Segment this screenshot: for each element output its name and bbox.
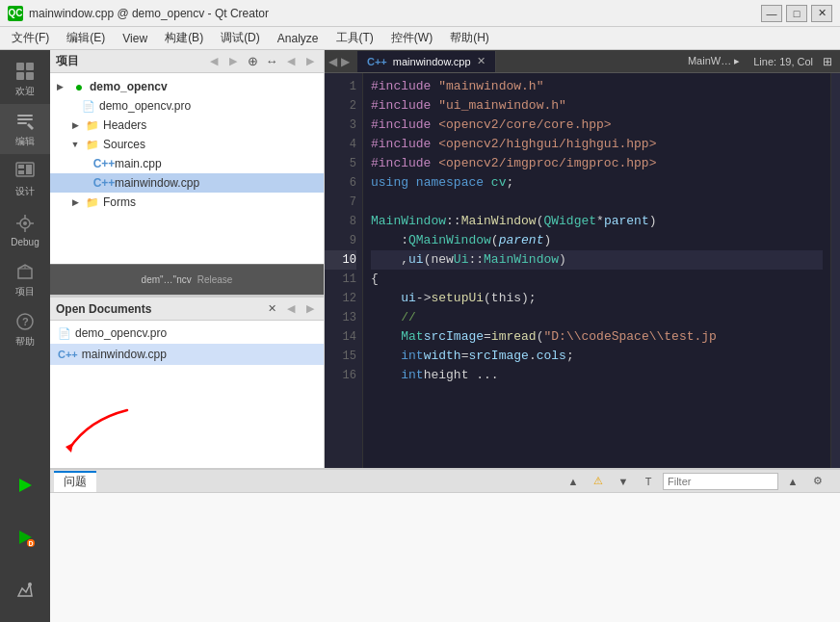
panel-next-button[interactable]: ▶ xyxy=(302,54,318,69)
design-icon xyxy=(13,160,37,183)
edit-icon xyxy=(13,110,37,133)
menu-controls[interactable]: 控件(W) xyxy=(383,28,440,48)
pro-file-icon: 📄 xyxy=(81,98,96,114)
line-num-15: 15 xyxy=(325,347,356,366)
sidebar-item-project[interactable]: 项目 xyxy=(0,254,50,304)
line-num-1: 1 xyxy=(325,77,356,96)
editor-nav-forward[interactable]: ▶ xyxy=(341,55,350,68)
tree-item-sources[interactable]: ▼ 📁 Sources xyxy=(50,135,324,154)
open-docs-close-button[interactable]: ✕ xyxy=(264,301,279,317)
line-num-8: 8 xyxy=(325,212,356,231)
tree-arrow-forms: ▶ xyxy=(69,196,81,208)
project-tree: ▶ ● demo_opencv 📄 demo_opencv.pro xyxy=(50,73,324,264)
panel-add-button[interactable]: ⊕ xyxy=(245,54,260,69)
project-label: 项目 xyxy=(15,285,35,298)
sidebar-item-help[interactable]: ? 帮助 xyxy=(0,304,50,354)
sidebar-item-build[interactable] xyxy=(0,564,50,614)
editor-nav-back[interactable]: ◀ xyxy=(328,55,337,68)
menu-view[interactable]: View xyxy=(115,30,155,47)
bottom-tool-collapse-button[interactable]: ▲ xyxy=(782,473,803,490)
editor-tab-bar: ◀ ▶ C++ mainwindow.cpp ✕ MainW… ▸ Line: … xyxy=(325,50,840,73)
line-num-13: 13 xyxy=(325,308,356,327)
code-line-8: MainWindow::MainWindow(QWidget *parent) xyxy=(371,212,823,231)
project-panel-header: 项目 ◀ ▶ ⊕ ↔ ◀ ▶ xyxy=(50,50,324,73)
root-icon: ● xyxy=(71,79,87,94)
menu-analyze[interactable]: Analyze xyxy=(270,30,327,47)
line-num-12: 12 xyxy=(325,289,356,308)
menu-debug[interactable]: 调试(D) xyxy=(213,28,268,48)
menu-help[interactable]: 帮助(H) xyxy=(442,28,497,48)
cpp-doc-icon: C++ xyxy=(58,349,78,360)
bottom-tool-up-button[interactable]: ▲ xyxy=(563,473,584,490)
code-editor[interactable]: 1 2 3 4 5 6 7 8 9 10 11 12 13 14 xyxy=(325,73,840,468)
svg-point-26 xyxy=(28,583,32,586)
bottom-tab-problems[interactable]: 问题 xyxy=(54,471,96,492)
welcome-icon xyxy=(13,60,37,83)
svg-marker-7 xyxy=(27,123,34,130)
editor-split-button[interactable]: ⊞ xyxy=(819,55,836,68)
editor-scrollbar[interactable] xyxy=(830,73,840,468)
open-docs-title: Open Documents xyxy=(56,302,260,316)
nav-back-button[interactable]: ◀ xyxy=(206,54,222,69)
bottom-tool-filter-button[interactable]: T xyxy=(638,473,659,490)
svg-rect-11 xyxy=(18,170,24,174)
open-docs-header: Open Documents ✕ ◀ ▶ xyxy=(50,298,324,321)
code-line-9: : QMainWindow(parent) xyxy=(371,231,823,250)
headers-folder-icon: 📁 xyxy=(85,117,100,133)
minimize-button[interactable]: — xyxy=(761,5,782,22)
close-button[interactable]: ✕ xyxy=(811,5,832,22)
open-docs-next[interactable]: ▶ xyxy=(302,301,318,317)
code-line-11: { xyxy=(371,270,823,289)
nav-forward-button[interactable]: ▶ xyxy=(225,54,241,69)
maximize-button[interactable]: □ xyxy=(786,5,807,22)
svg-text:?: ? xyxy=(22,316,29,327)
open-documents-panel: Open Documents ✕ ◀ ▶ 📄 demo_opencv.pro C… xyxy=(50,295,324,468)
tab-cpp-icon: C++ xyxy=(367,56,387,67)
sidebar-item-run[interactable] xyxy=(0,460,50,510)
tree-item-main-cpp[interactable]: C++ main.cpp xyxy=(50,154,324,173)
bottom-panel-content xyxy=(50,493,840,622)
code-line-13: // xyxy=(371,308,823,327)
filter-input[interactable] xyxy=(663,473,778,490)
debug-label: Debug xyxy=(11,237,39,247)
menu-build[interactable]: 构建(B) xyxy=(157,28,211,48)
tree-arrow-sources: ▼ xyxy=(69,139,81,150)
tree-item-pro[interactable]: 📄 demo_opencv.pro xyxy=(50,96,324,116)
code-line-3: #include <opencv2/core/core.hpp> xyxy=(371,116,823,135)
cpp-file-icon-mainwindow: C++ xyxy=(96,175,112,191)
bottom-tool-down-button[interactable]: ▼ xyxy=(613,473,634,490)
panel-prev-button[interactable]: ◀ xyxy=(283,54,299,69)
panel-sync-button[interactable]: ↔ xyxy=(264,54,279,69)
sidebar-item-design[interactable]: 设计 xyxy=(0,154,50,204)
code-content[interactable]: #include "mainwindow.h" #include "ui_mai… xyxy=(363,73,830,468)
menu-file[interactable]: 文件(F) xyxy=(4,28,57,48)
content-area: 项目 ◀ ▶ ⊕ ↔ ◀ ▶ ▶ ● demo xyxy=(50,50,840,622)
sidebar-item-welcome[interactable]: 欢迎 xyxy=(0,54,50,104)
menu-tools[interactable]: 工具(T) xyxy=(328,28,381,48)
tree-item-root[interactable]: ▶ ● demo_opencv xyxy=(50,77,324,96)
sidebar-item-edit[interactable]: 编辑 xyxy=(0,104,50,154)
debug-icon xyxy=(13,212,37,235)
open-doc-pro[interactable]: 📄 demo_opencv.pro xyxy=(50,323,324,344)
title-bar: QC mainwindow.cpp @ demo_opencv - Qt Cre… xyxy=(0,0,840,27)
bottom-tool-warning-button[interactable]: ⚠ xyxy=(588,473,609,490)
bottom-tool-settings-button[interactable]: ⚙ xyxy=(807,473,828,490)
sidebar-item-debug[interactable]: Debug xyxy=(0,204,50,254)
code-line-12: ui->setupUi(this); xyxy=(371,289,823,308)
svg-rect-0 xyxy=(16,63,24,70)
tree-item-forms[interactable]: ▶ 📁 Forms xyxy=(50,193,324,212)
tree-item-headers[interactable]: ▶ 📁 Headers xyxy=(50,116,324,135)
tree-label-forms: Forms xyxy=(103,195,136,209)
editor-tab-mainwindow[interactable]: C++ mainwindow.cpp ✕ xyxy=(357,51,496,72)
sidebar-item-run-debug[interactable]: D xyxy=(0,512,50,562)
edit-label: 编辑 xyxy=(15,135,35,148)
tab-close-button[interactable]: ✕ xyxy=(477,55,486,67)
menu-edit[interactable]: 编辑(E) xyxy=(59,28,113,48)
svg-rect-6 xyxy=(17,122,27,124)
tree-item-mainwindow-cpp[interactable]: C++ mainwindow.cpp xyxy=(50,173,324,193)
open-doc-pro-label: demo_opencv.pro xyxy=(75,326,167,340)
open-docs-prev[interactable]: ◀ xyxy=(283,301,299,317)
line-num-5: 5 xyxy=(325,154,356,173)
tree-arrow-headers: ▶ xyxy=(69,119,81,131)
open-doc-mainwindow[interactable]: C++ mainwindow.cpp xyxy=(50,344,324,365)
